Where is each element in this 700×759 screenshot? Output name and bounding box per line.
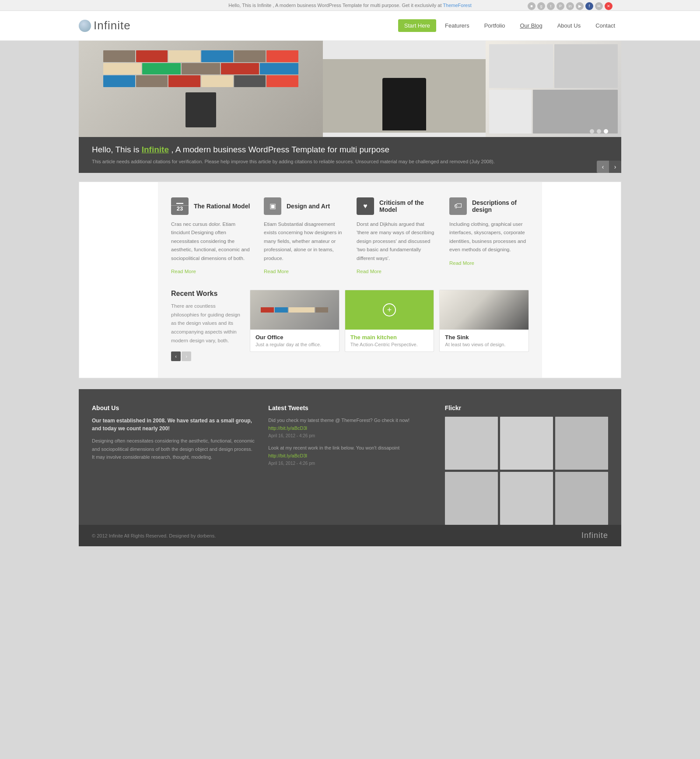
work-image-kitchen: + xyxy=(345,290,434,330)
feature-criticism-read-more[interactable]: Read More xyxy=(357,269,382,274)
footer-tweets-title: Latest Tweets xyxy=(268,404,431,411)
heart-icon: ♥ xyxy=(357,197,374,215)
rss-icon[interactable]: ■ xyxy=(528,2,536,10)
slider-dot-1[interactable] xyxy=(590,129,594,134)
feature-descriptions-header: 🏷 Descriptions of design xyxy=(449,197,529,215)
feature-descriptions-text: Including clothing, graphical user inter… xyxy=(449,220,529,254)
works-nav-arrows: ‹ › xyxy=(171,351,241,361)
tweet-2: Look at my recent work in the link below… xyxy=(268,444,431,466)
work-img-shelf xyxy=(250,290,339,330)
work-title-sink: The Sink xyxy=(445,334,523,341)
feature-descriptions-title: Descriptions of design xyxy=(472,199,529,213)
work-image-office xyxy=(250,290,339,330)
nav-about-us[interactable]: About Us xyxy=(551,19,587,32)
footer-tweets: Latest Tweets Did you check my latest th… xyxy=(268,404,431,525)
work-title-kitchen: The main kitchen xyxy=(350,334,429,341)
footer-about-title: About Us xyxy=(92,404,255,411)
linkedin-icon[interactable]: in xyxy=(566,2,574,10)
pinterest-icon[interactable]: P xyxy=(556,2,564,10)
logo-text: Infinite xyxy=(94,19,131,32)
work-img-kitchen-bg xyxy=(440,290,528,330)
nav-start-here[interactable]: Start Here xyxy=(398,19,436,32)
hero-slider xyxy=(79,41,621,137)
tweet-2-text: Look at my recent work in the link below… xyxy=(268,444,431,460)
nav-contact[interactable]: Contact xyxy=(589,19,621,32)
footer-about-bold: Our team established in 2008. We have st… xyxy=(92,417,255,432)
image-icon: ▣ xyxy=(264,197,281,215)
works-grid: Our Office Just a regular day at the off… xyxy=(250,290,529,352)
nav-features[interactable]: Featurers xyxy=(439,19,476,32)
work-info-kitchen: The main kitchen The Action-Centric Pers… xyxy=(345,330,434,351)
feature-design-art-text: Etiam Substantial disagreement exists co… xyxy=(264,220,343,263)
work-img-green: + xyxy=(345,290,434,330)
feature-rational-title: The Rational Model xyxy=(194,203,250,210)
youtube-icon[interactable]: ▶ xyxy=(576,2,584,10)
work-subtitle-sink: At least two views of design. xyxy=(445,342,523,347)
tag-icon: 🏷 xyxy=(449,197,467,215)
logo-icon xyxy=(79,20,91,32)
recent-works-info: Recent Works There are countless philoso… xyxy=(171,290,241,365)
footer-flickr-title: Flickr xyxy=(445,404,608,411)
feature-criticism-title: Criticism of the Model xyxy=(379,199,436,213)
hero-next-arrow[interactable]: › xyxy=(609,161,621,173)
hero-title-suffix: , A modern business WordPress Template f… xyxy=(169,145,389,154)
hero-center xyxy=(323,41,486,137)
recent-works-section: Recent Works There are countless philoso… xyxy=(158,290,542,378)
works-next-arrow[interactable]: › xyxy=(182,351,191,361)
hero-right xyxy=(486,41,621,137)
tweet-1: Did you check my latest theme @ ThemeFor… xyxy=(268,417,431,438)
flickr-thumb-3[interactable] xyxy=(555,417,608,470)
feature-criticism: ♥ Criticism of the Model Dorst and Dijkh… xyxy=(357,197,436,275)
work-card-kitchen: + The main kitchen The Action-Centric Pe… xyxy=(345,290,434,352)
works-prev-arrow[interactable]: ‹ xyxy=(171,351,181,361)
recent-works-text: There are countless philosophies for gui… xyxy=(171,302,241,345)
hero-subtitle: This article needs additional citations … xyxy=(92,158,608,166)
nav-portfolio[interactable]: Portfolio xyxy=(478,19,511,32)
themeforest-link[interactable]: ThemeForest xyxy=(443,3,471,8)
tweet-2-date: April 16, 2012 - 4:26 pm xyxy=(268,461,431,466)
work-card-sink: The Sink At least two views of design. xyxy=(439,290,529,352)
flickr-thumb-2[interactable] xyxy=(500,417,553,470)
hero-image xyxy=(79,41,621,137)
flickr-thumb-4[interactable] xyxy=(445,472,498,525)
feature-descriptions-read-more[interactable]: Read More xyxy=(449,260,474,266)
feature-rational-read-more[interactable]: Read More xyxy=(171,269,196,274)
tweet-1-text: Did you check my latest theme @ ThemeFor… xyxy=(268,417,431,432)
slider-dots[interactable] xyxy=(590,129,608,134)
google-icon[interactable]: g xyxy=(537,2,545,10)
mail-icon[interactable]: ✉ xyxy=(595,2,603,10)
hero-shelf-left xyxy=(79,41,323,137)
flickr-thumb-6[interactable] xyxy=(555,472,608,525)
twitter-icon[interactable]: t xyxy=(547,2,555,10)
feature-design-art-title: Design and Art xyxy=(287,203,330,210)
tweet-2-link[interactable]: http://bit.ly/aBcD3l xyxy=(268,453,307,458)
flickr-thumb-1[interactable] xyxy=(445,417,498,470)
topbar-message: Hello, This is Infinite , A modern busin… xyxy=(228,3,443,8)
hero-title-prefix: Hello, This is xyxy=(92,145,142,154)
logo: Infinite xyxy=(79,19,131,32)
header: Infinite Start Here Featurers Portfolio … xyxy=(0,11,700,41)
feature-descriptions: 🏷 Descriptions of design Including cloth… xyxy=(449,197,529,275)
footer-flickr: Flickr xyxy=(445,404,608,525)
feature-rational-header: ▬▬ 23 The Rational Model xyxy=(171,197,251,215)
footer-bottom: © 2012 Infinite All Rights Reserved. Des… xyxy=(79,525,621,546)
slider-dot-3[interactable] xyxy=(604,129,608,134)
work-info-sink: The Sink At least two views of design. xyxy=(440,330,528,351)
work-subtitle-office: Just a regular day at the office. xyxy=(256,342,334,347)
facebook-icon[interactable]: f xyxy=(585,2,593,10)
social-icons: ■ g t P in ▶ f ✉ ✕ xyxy=(528,2,612,10)
hero-title-highlight: Infinite xyxy=(142,145,169,154)
hero-title: Hello, This is Infinite , A modern busin… xyxy=(92,145,608,155)
feature-design-art-header: ▣ Design and Art xyxy=(264,197,343,215)
plus-icon[interactable]: + xyxy=(383,303,396,316)
feature-design-art-read-more[interactable]: Read More xyxy=(264,269,289,274)
recent-works-title: Recent Works xyxy=(171,290,241,298)
flickr-thumb-5[interactable] xyxy=(500,472,553,525)
top-bar: Hello, This is Infinite , A modern busin… xyxy=(0,0,700,11)
tweet-1-link[interactable]: http://bit.ly/aBcD3l xyxy=(268,425,307,431)
close-icon[interactable]: ✕ xyxy=(605,2,612,10)
flickr-grid xyxy=(445,417,608,525)
hero-prev-arrow[interactable]: ‹ xyxy=(597,161,609,173)
nav-our-blog[interactable]: Our Blog xyxy=(514,19,548,32)
slider-dot-2[interactable] xyxy=(597,129,601,134)
